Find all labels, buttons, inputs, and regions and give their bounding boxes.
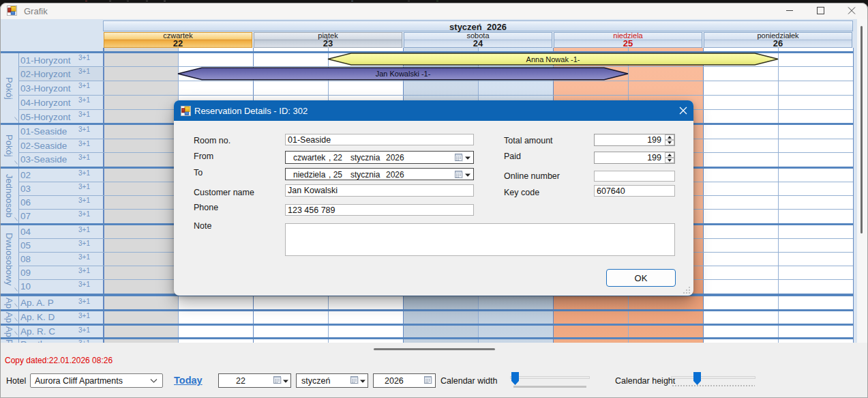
svg-text:Jan Kowalski -1-: Jan Kowalski -1- — [376, 70, 431, 78]
svg-text:Anna Nowak -1-: Anna Nowak -1- — [526, 55, 580, 63]
